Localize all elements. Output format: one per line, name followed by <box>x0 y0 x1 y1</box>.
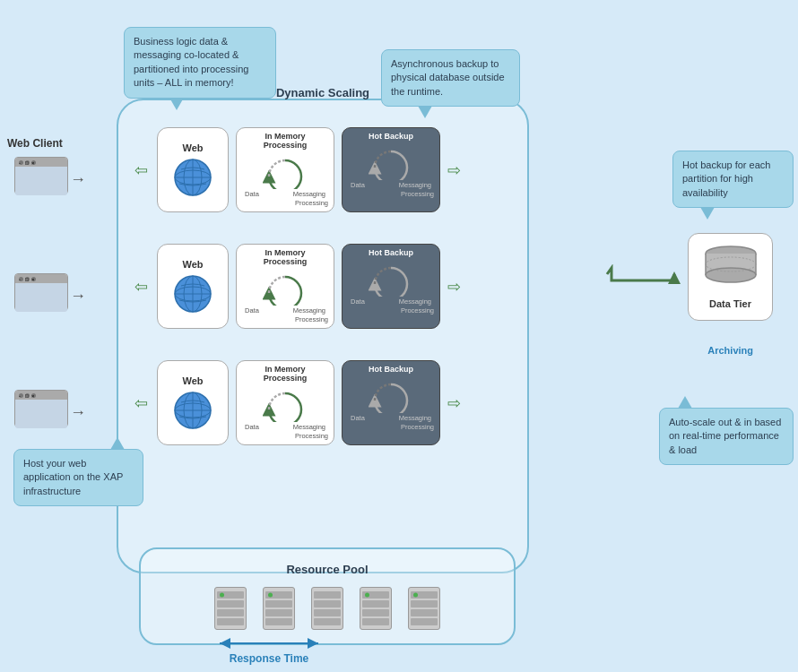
messaging-label-hot-3: Messaging <box>399 414 431 422</box>
business-logic-callout: Business logic data & messaging co-locat… <box>124 27 276 99</box>
host-web-text: Host your web application on the XAP inf… <box>23 458 123 496</box>
cycle-icon-1 <box>254 153 317 189</box>
server-5 <box>408 587 440 630</box>
archiving-label: Archiving <box>707 345 753 356</box>
mem-title-2: In Memory Processing <box>242 248 328 266</box>
hot-processing-label-2: Processing <box>348 306 434 314</box>
hot-backup-text: Hot backup for each partition for high a… <box>682 159 770 198</box>
response-time-arrow <box>215 636 323 650</box>
svg-point-17 <box>706 268 756 282</box>
messaging-label-3: Messaging <box>293 423 325 431</box>
arrow-svg <box>603 264 683 284</box>
async-text: Asynchronous backup to physical database… <box>391 58 505 97</box>
mem-title-1: In Memory Processing <box>242 132 328 150</box>
server-4 <box>360 587 392 630</box>
web-client-arrow-1: → <box>70 170 86 189</box>
web-client-2: -□× <box>14 273 68 311</box>
messaging-label-1: Messaging <box>293 190 325 198</box>
servers-row <box>159 587 496 630</box>
web-label-1: Web <box>182 142 203 153</box>
hot-title-2: Hot Backup <box>348 248 434 257</box>
cycle-icon-hot-2 <box>360 261 422 297</box>
server-3 <box>311 587 343 630</box>
globe-icon-1 <box>172 157 213 198</box>
web-label-2: Web <box>182 259 203 270</box>
hot-processing-label-1: Processing <box>348 190 434 198</box>
data-label-hot-2: Data <box>351 297 365 306</box>
resource-pool-label: Resource Pool <box>159 563 496 576</box>
auto-scale-callout: Auto-scale out & in based on real-time p… <box>659 408 794 465</box>
web-client-3: -□× <box>14 390 68 427</box>
row-2: ⇦ Web In Memory Processing <box>134 244 461 329</box>
data-label-1: Data <box>245 190 259 198</box>
web-client-1: -□× <box>14 157 68 194</box>
mem-box-1: In Memory Processing Data Messaging Proc… <box>236 127 334 212</box>
messaging-label-2: Messaging <box>293 306 325 314</box>
mem-title-3: In Memory Processing <box>242 365 328 383</box>
mem-box-2: In Memory Processing Data Messaging Proc… <box>236 244 334 329</box>
hot-title-1: Hot Backup <box>348 132 434 141</box>
cycle-icon-3 <box>254 386 317 422</box>
main-to-datatier-arrow <box>603 264 683 288</box>
main-container: Dynamic Scaling ⇦ Web In Memory Processi… <box>117 99 529 573</box>
processing-label-3: Processing <box>242 432 328 440</box>
hot-backup-callout: Hot backup for each partition for high a… <box>672 151 794 208</box>
messaging-label-hot-1: Messaging <box>399 181 431 189</box>
web-box-3: Web <box>157 360 229 445</box>
auto-scale-text: Auto-scale out & in based on real-time p… <box>669 417 781 455</box>
hot-box-3: Hot Backup Data Messaging Processing <box>342 360 440 445</box>
cycle-icon-hot-3 <box>360 377 422 413</box>
processing-label-1: Processing <box>242 199 328 207</box>
web-label-3: Web <box>182 375 203 386</box>
web-client-arrow-2: → <box>70 287 86 306</box>
data-tier-box: Data Tier <box>688 233 773 321</box>
hot-title-3: Hot Backup <box>348 365 434 374</box>
resource-pool-box: Resource Pool <box>139 547 516 645</box>
cycle-icon-hot-1 <box>360 144 422 180</box>
web-box-2: Web <box>157 244 229 329</box>
hot-box-1: Hot Backup Data Messaging Processing <box>342 127 440 212</box>
dynamic-scaling-label: Dynamic Scaling <box>276 86 369 99</box>
data-label-3: Data <box>245 423 259 431</box>
row-1: ⇦ Web In Memory Processing <box>134 127 461 212</box>
globe-icon-3 <box>172 390 213 431</box>
business-logic-text: Business logic data & messaging co-locat… <box>134 36 248 88</box>
arrow-in-3: ⇦ <box>134 393 148 413</box>
response-time-container: Response Time <box>215 636 323 665</box>
arrow-out-1: ⇨ <box>447 160 461 180</box>
database-icon <box>699 245 762 289</box>
arrow-out-2: ⇨ <box>447 277 461 297</box>
async-callout: Asynchronous backup to physical database… <box>381 49 520 107</box>
server-2 <box>263 587 295 630</box>
row-3: ⇦ Web In Memory Processing <box>134 360 461 445</box>
data-label-hot-3: Data <box>351 414 365 422</box>
hot-box-2: Hot Backup Data Messaging Processing <box>342 244 440 329</box>
web-client-label: Web Client <box>7 137 63 150</box>
hot-processing-label-3: Processing <box>348 423 434 431</box>
response-time-label: Response Time <box>230 652 308 665</box>
data-label-2: Data <box>245 306 259 314</box>
mem-box-3: In Memory Processing Data Messaging Proc… <box>236 360 334 445</box>
arrow-in-2: ⇦ <box>134 277 148 297</box>
server-1 <box>214 587 247 630</box>
globe-icon-2 <box>172 273 213 314</box>
web-box-1: Web <box>157 127 229 212</box>
host-web-callout: Host your web application on the XAP inf… <box>13 449 143 506</box>
web-client-arrow-3: → <box>70 403 86 422</box>
data-tier-label: Data Tier <box>696 298 765 309</box>
processing-label-2: Processing <box>242 315 328 323</box>
arrow-in-1: ⇦ <box>134 160 148 180</box>
messaging-label-hot-2: Messaging <box>399 297 431 306</box>
cycle-icon-2 <box>254 270 317 306</box>
arrow-out-3: ⇨ <box>447 393 461 413</box>
data-label-hot-1: Data <box>351 181 365 189</box>
